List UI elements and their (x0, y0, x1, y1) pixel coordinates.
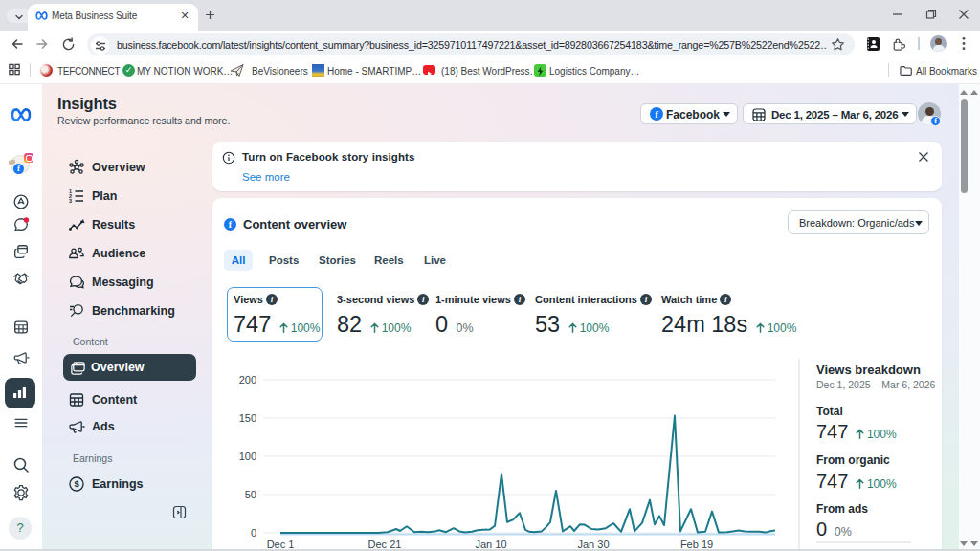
svg-text:200: 200 (239, 374, 256, 386)
svg-text:150: 150 (239, 412, 256, 424)
svg-text:3: 3 (69, 198, 72, 204)
svg-text:100: 100 (239, 451, 256, 462)
svg-text:$: $ (74, 478, 79, 489)
svg-text:50: 50 (245, 489, 256, 500)
svg-text:0: 0 (251, 527, 256, 539)
